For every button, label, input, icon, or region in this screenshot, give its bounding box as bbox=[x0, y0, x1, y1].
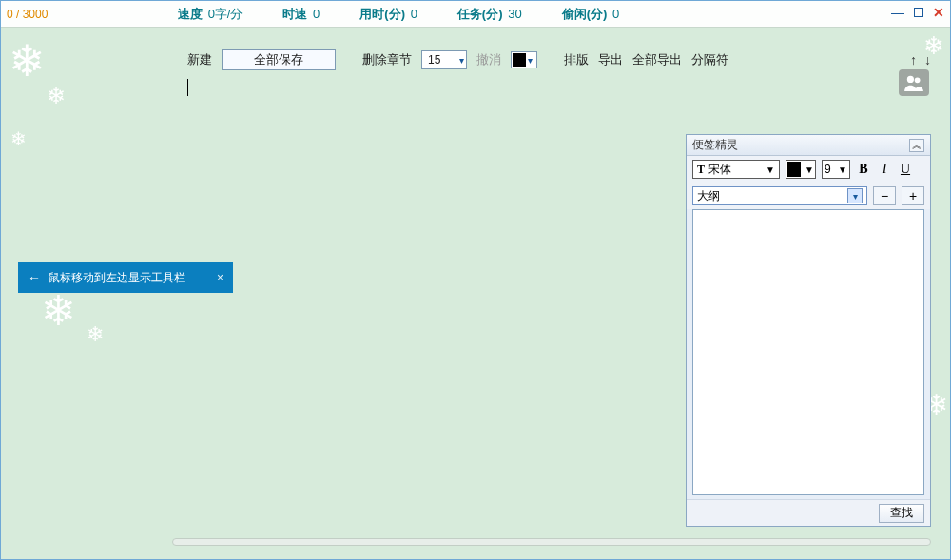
stat-task: 任务(分) 30 bbox=[457, 6, 522, 23]
panel-title-text: 便签精灵 bbox=[692, 137, 738, 153]
arrow-down-button[interactable]: ↓ bbox=[924, 52, 931, 68]
color-swatch bbox=[513, 53, 526, 67]
remove-button[interactable]: − bbox=[873, 186, 896, 205]
stat-elapsed: 用时(分) 0 bbox=[359, 6, 417, 23]
chevron-down-icon: ▾ bbox=[459, 55, 464, 66]
color-swatch bbox=[787, 162, 801, 177]
chapter-select[interactable]: 15▾ bbox=[421, 50, 467, 69]
export-all-button[interactable]: 全部导出 bbox=[632, 51, 682, 68]
add-button[interactable]: + bbox=[902, 186, 924, 205]
delete-chapter-label: 删除章节 bbox=[362, 51, 412, 68]
snowflake-icon: ❄ bbox=[47, 85, 66, 107]
underline-button[interactable]: U bbox=[898, 162, 913, 177]
sidebar-hint-tooltip: ← 鼠标移动到左边显示工具栏 × bbox=[18, 262, 233, 293]
separator-button[interactable]: 分隔符 bbox=[691, 51, 728, 68]
italic-button[interactable]: I bbox=[877, 162, 892, 177]
text-icon: T bbox=[697, 163, 705, 177]
snowflake-icon: ❄ bbox=[9, 39, 46, 83]
outline-select[interactable]: 大纲 ▾ bbox=[692, 186, 867, 205]
notes-textarea[interactable] bbox=[692, 209, 924, 495]
window-controls: — ✕ bbox=[891, 5, 944, 20]
snowflake-icon: ❄ bbox=[87, 324, 104, 345]
editor-area[interactable] bbox=[187, 79, 920, 102]
font-family-select[interactable]: T 宋体 ▼ bbox=[692, 160, 780, 179]
font-color-select[interactable]: ▼ bbox=[786, 160, 816, 179]
stat-speed: 速度 0字/分 bbox=[178, 6, 243, 23]
char-counter: 0 / 3000 bbox=[7, 8, 178, 21]
chevron-down-icon: ▾ bbox=[847, 188, 863, 203]
arrow-up-button[interactable]: ↑ bbox=[910, 52, 917, 68]
chevron-down-icon: ▼ bbox=[838, 164, 847, 175]
minimize-button[interactable]: — bbox=[891, 5, 904, 20]
undo-button[interactable]: 撤消 bbox=[476, 51, 501, 68]
notes-panel: 便签精灵 ︽ T 宋体 ▼ ▼ 9 ▼ B I U 大纲 ▾ − + 查找 bbox=[686, 134, 931, 527]
tooltip-close-button[interactable]: × bbox=[217, 271, 223, 284]
bold-button[interactable]: B bbox=[856, 162, 871, 177]
stat-idle: 偷闲(分) 0 bbox=[562, 6, 620, 23]
panel-format-toolbar: T 宋体 ▼ ▼ 9 ▼ B I U bbox=[687, 156, 930, 183]
header-bar: 0 / 3000 速度 0字/分 时速 0 用时(分) 0 任务(分) 30 偷… bbox=[1, 1, 950, 28]
main-toolbar: 新建 全部保存 删除章节 15▾ 撤消 ▾ 排版 导出 全部导出 分隔符 ↑ ↓ bbox=[187, 47, 931, 73]
chevron-down-icon: ▼ bbox=[766, 164, 775, 175]
snowflake-icon: ❄ bbox=[10, 129, 27, 148]
snowflake-icon: ❄ bbox=[41, 290, 76, 332]
maximize-button[interactable] bbox=[914, 8, 923, 17]
chevron-down-icon: ▾ bbox=[528, 55, 533, 66]
stats-group: 速度 0字/分 时速 0 用时(分) 0 任务(分) 30 偷闲(分) 0 bbox=[178, 6, 619, 23]
panel-titlebar[interactable]: 便签精灵 ︽ bbox=[687, 135, 930, 156]
chevron-down-icon: ▼ bbox=[805, 164, 814, 175]
text-cursor bbox=[187, 79, 188, 96]
collapse-button[interactable]: ︽ bbox=[909, 139, 924, 152]
panel-footer: 查找 bbox=[687, 499, 930, 526]
close-button[interactable]: ✕ bbox=[933, 5, 944, 20]
text-color-picker[interactable]: ▾ bbox=[511, 51, 537, 68]
horizontal-scrollbar[interactable] bbox=[172, 538, 931, 546]
stat-hourly: 时速 0 bbox=[282, 6, 320, 23]
layout-button[interactable]: 排版 bbox=[564, 51, 589, 68]
find-button[interactable]: 查找 bbox=[879, 504, 924, 523]
font-size-select[interactable]: 9 ▼ bbox=[822, 160, 850, 179]
tooltip-text: 鼠标移动到左边显示工具栏 bbox=[49, 270, 185, 286]
new-button[interactable]: 新建 bbox=[187, 51, 212, 68]
export-button[interactable]: 导出 bbox=[598, 51, 623, 68]
save-all-button[interactable]: 全部保存 bbox=[222, 49, 336, 70]
panel-outline-toolbar: 大纲 ▾ − + bbox=[687, 183, 930, 209]
arrow-left-icon: ← bbox=[28, 270, 41, 285]
